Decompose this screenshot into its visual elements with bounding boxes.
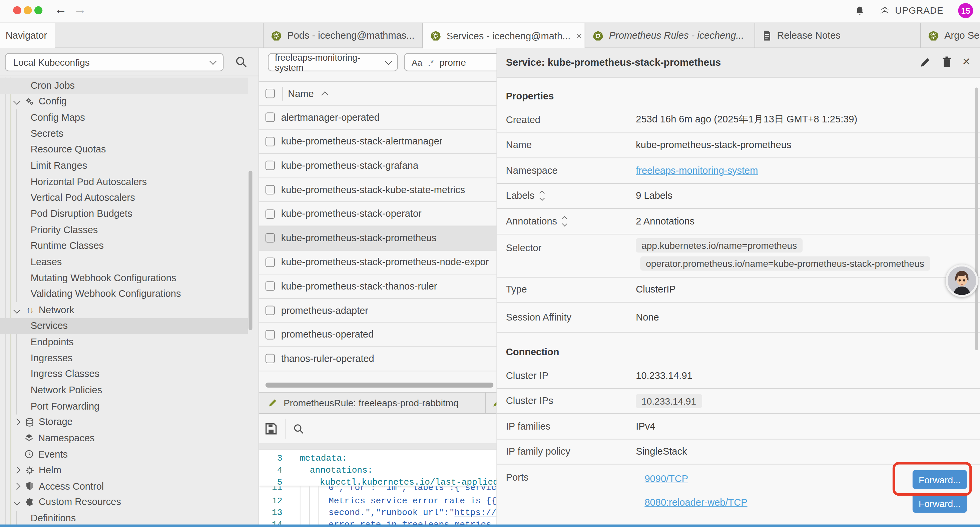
row-checkbox[interactable] bbox=[266, 137, 275, 146]
expand-collapse-icon[interactable] bbox=[540, 191, 544, 200]
row-checkbox[interactable] bbox=[266, 185, 275, 194]
chevron-down-icon[interactable] bbox=[13, 307, 20, 314]
row-checkbox[interactable] bbox=[266, 306, 275, 315]
sidebar-item-validating-webhook-configurations[interactable]: Validating Webhook Configurations bbox=[0, 286, 248, 302]
port-link-8080[interactable]: 8080:reloader-web/TCP bbox=[644, 497, 747, 508]
row-checkbox[interactable] bbox=[266, 330, 275, 339]
sidebar-item-port-forwarding[interactable]: Port Forwarding bbox=[0, 398, 248, 414]
zoom-window-button[interactable] bbox=[34, 6, 42, 14]
table-horizontal-scrollbar[interactable] bbox=[266, 382, 493, 388]
sidebar-item-limit-ranges[interactable]: Limit Ranges bbox=[0, 158, 248, 174]
code-link[interactable]: https://net bbox=[455, 507, 497, 517]
sidebar-item-definitions[interactable]: Definitions bbox=[0, 510, 248, 526]
yaml-editor[interactable]: 3metadata: 4annotations: 5kubectl.kubern… bbox=[259, 450, 497, 527]
table-row[interactable]: kube-prometheus-stack-kube-state-metrics bbox=[259, 177, 497, 201]
sidebar-item-network-policies[interactable]: Network Policies bbox=[0, 382, 248, 398]
tab-pods[interactable]: Pods - icecheng@mathmas... bbox=[263, 23, 423, 48]
close-window-button[interactable] bbox=[13, 6, 21, 14]
sidebar-group-config[interactable]: Config bbox=[0, 93, 248, 110]
namespace-link[interactable]: freeleaps-monitoring-system bbox=[636, 165, 758, 176]
row-checkbox[interactable] bbox=[266, 282, 275, 291]
notification-count-badge[interactable]: 15 bbox=[958, 3, 973, 18]
trash-icon[interactable] bbox=[941, 56, 953, 68]
sidebar-search-icon[interactable] bbox=[235, 56, 247, 68]
name-column-header[interactable]: Name bbox=[288, 88, 313, 99]
row-checkbox[interactable] bbox=[266, 113, 275, 122]
forward-button-8080[interactable]: Forward... bbox=[913, 494, 967, 513]
close-icon[interactable]: × bbox=[963, 54, 970, 67]
search-input[interactable]: Aa .* prome bbox=[404, 53, 504, 71]
editor-tab-prometheusrule[interactable]: PrometheusRule: freeleaps-prod-rabbitmq bbox=[259, 393, 486, 413]
navigator-panel-tab[interactable]: Navigator bbox=[0, 23, 55, 48]
row-checkbox[interactable] bbox=[266, 234, 275, 243]
regex-toggle[interactable]: .* bbox=[428, 57, 434, 67]
tab-release-notes[interactable]: Release Notes bbox=[755, 23, 921, 48]
sidebar-group-access-control[interactable]: Access Control bbox=[0, 478, 248, 494]
sidebar-group-custom-resources[interactable]: Custom Resources bbox=[0, 494, 248, 510]
sidebar-item-cron-jobs[interactable]: Cron Jobs bbox=[0, 77, 248, 93]
table-row[interactable]: kube-prometheus-stack-grafana bbox=[259, 153, 497, 177]
row-checkbox[interactable] bbox=[266, 161, 275, 170]
sidebar-item-ingress-classes[interactable]: Ingress Classes bbox=[0, 366, 248, 382]
save-icon[interactable] bbox=[265, 422, 277, 435]
port-link-9090[interactable]: 9090/TCP bbox=[644, 473, 688, 484]
forward-arrow-icon[interactable]: → bbox=[74, 2, 86, 17]
sidebar-group-helm[interactable]: Helm bbox=[0, 462, 248, 478]
notifications-bell-icon[interactable] bbox=[854, 6, 865, 17]
select-all-checkbox[interactable] bbox=[266, 89, 275, 98]
editor-tab-bar: PrometheusRule: freeleaps-prod-rabbitmq bbox=[259, 392, 497, 414]
table-row[interactable]: alertmanager-operated bbox=[259, 105, 497, 129]
tab-argo[interactable]: Argo Se bbox=[921, 23, 980, 48]
match-case-toggle[interactable]: Aa bbox=[412, 57, 422, 67]
expand-collapse-icon[interactable] bbox=[563, 217, 566, 226]
table-row[interactable]: kube-prometheus-stack-operator bbox=[259, 201, 497, 226]
sidebar-item-leases[interactable]: Leases bbox=[0, 254, 248, 270]
minimize-window-button[interactable] bbox=[24, 6, 32, 14]
sidebar-item-resource-quotas[interactable]: Resource Quotas bbox=[0, 142, 248, 158]
chevron-right-icon[interactable] bbox=[13, 482, 20, 490]
table-row[interactable]: kube-prometheus-stack-prometheus-node-ex… bbox=[259, 250, 497, 274]
sidebar-item-horizontal-pod-autoscalers[interactable]: Horizontal Pod Autoscalers bbox=[0, 174, 248, 190]
table-row-selected[interactable]: kube-prometheus-stack-prometheus bbox=[259, 226, 497, 250]
tab-prometheus-rules[interactable]: Prometheus Rules - icecheng... bbox=[585, 23, 755, 48]
sidebar-scrollbar[interactable] bbox=[248, 171, 252, 330]
sidebar-item-ingresses[interactable]: Ingresses bbox=[0, 350, 248, 366]
sidebar-item-secrets[interactable]: Secrets bbox=[0, 126, 248, 142]
table-row[interactable]: prometheus-adapter bbox=[259, 298, 497, 322]
assistant-avatar[interactable] bbox=[946, 264, 978, 297]
edit-icon[interactable] bbox=[919, 57, 931, 68]
red-highlight-box bbox=[892, 462, 972, 496]
upgrade-button[interactable]: UPGRADE bbox=[880, 5, 943, 16]
chevron-down-icon[interactable] bbox=[13, 498, 20, 506]
sidebar-item-priority-classes[interactable]: Priority Classes bbox=[0, 222, 248, 238]
row-checkbox[interactable] bbox=[266, 354, 275, 363]
back-arrow-icon[interactable]: ← bbox=[54, 2, 67, 17]
sidebar-item-endpoints[interactable]: Endpoints bbox=[0, 334, 248, 350]
sidebar-item-config-maps[interactable]: Config Maps bbox=[0, 110, 248, 126]
editor-search-icon[interactable] bbox=[293, 423, 304, 434]
sidebar-item-events[interactable]: Events bbox=[0, 446, 248, 462]
sidebar-item-pod-disruption-budgets[interactable]: Pod Disruption Budgets bbox=[0, 206, 248, 222]
row-checkbox[interactable] bbox=[266, 258, 275, 267]
table-row[interactable]: kube-prometheus-stack-thanos-ruler bbox=[259, 274, 497, 298]
sidebar-item-mutating-webhook-configurations[interactable]: Mutating Webhook Configurations bbox=[0, 270, 248, 286]
tab-services-active[interactable]: Services - icecheng@math... × bbox=[423, 23, 585, 49]
namespace-selector[interactable]: freeleaps-monitoring-system bbox=[268, 53, 398, 71]
sidebar-group-network[interactable]: ↑↓ Network bbox=[0, 302, 248, 318]
sidebar-item-vertical-pod-autoscalers[interactable]: Vertical Pod Autoscalers bbox=[0, 190, 248, 206]
sidebar-item-namespaces[interactable]: Namespaces bbox=[0, 430, 248, 446]
sidebar-item-services-selected[interactable]: Services bbox=[0, 318, 248, 334]
table-row[interactable]: thanos-ruler-operated bbox=[259, 346, 497, 370]
tab-close-icon[interactable]: × bbox=[576, 30, 582, 42]
panel-scrollbar[interactable] bbox=[975, 88, 978, 350]
table-row[interactable]: prometheus-operated bbox=[259, 322, 497, 346]
sidebar-group-storage[interactable]: Storage bbox=[0, 414, 248, 430]
chevron-down-icon[interactable] bbox=[13, 98, 20, 105]
chevron-right-icon[interactable] bbox=[13, 419, 20, 426]
sidebar-item-runtime-classes[interactable]: Runtime Classes bbox=[0, 238, 248, 254]
table-row[interactable]: kube-prometheus-stack-alertmanager bbox=[259, 129, 497, 153]
row-checkbox[interactable] bbox=[266, 209, 275, 218]
chevron-right-icon[interactable] bbox=[13, 466, 20, 474]
editor-tab-partial[interactable] bbox=[486, 393, 497, 413]
kubeconfig-selector[interactable]: Local Kubeconfigs bbox=[5, 53, 223, 71]
